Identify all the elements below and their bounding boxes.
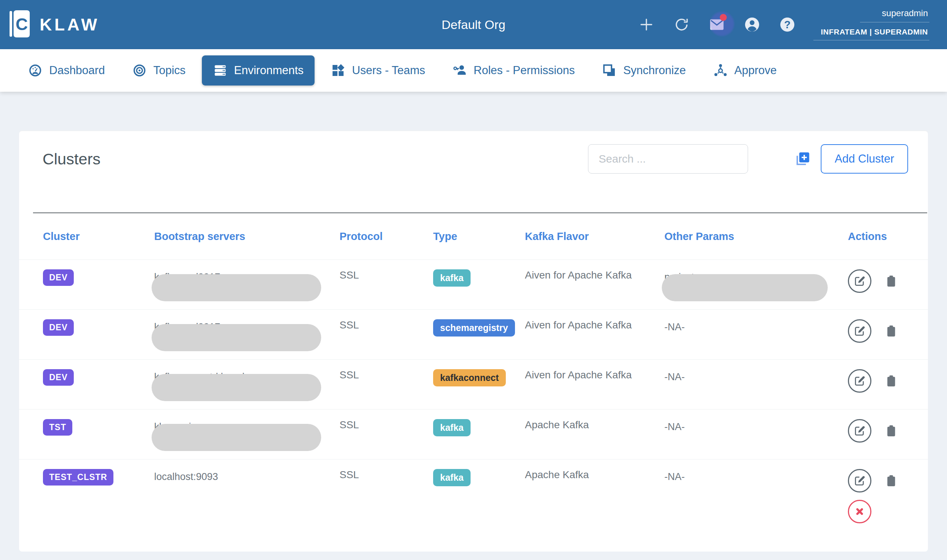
edit-cluster-button[interactable] — [848, 319, 872, 343]
refresh-icon[interactable] — [673, 16, 690, 33]
redaction-blob — [152, 274, 321, 301]
clusters-panel: Clusters Add Cluster ClusterBootstrap se… — [19, 131, 928, 552]
username-dropdown[interactable]: superadmin — [860, 6, 929, 22]
help-icon[interactable]: ? — [779, 16, 796, 33]
actions-cell — [848, 319, 910, 343]
redaction-blob — [152, 324, 321, 351]
protocol-cell: SSL — [340, 319, 433, 331]
redaction-blob — [152, 424, 321, 451]
tab-environments[interactable]: Environments — [202, 55, 315, 86]
tab-topics[interactable]: Topics — [121, 55, 197, 86]
search-input[interactable] — [588, 144, 748, 174]
roles-permissions-icon — [452, 63, 467, 78]
bootstrap-servers-cell: kafka-...-d9917-...sandbox.aivencloud.co… — [154, 319, 340, 350]
column-header: Protocol — [340, 231, 433, 243]
tab-label: Approve — [735, 64, 777, 77]
protocol-cell: SSL — [340, 369, 433, 381]
type-badge: kafka — [433, 269, 471, 287]
column-header: Other Params — [664, 231, 848, 243]
team-role-dropdown[interactable]: INFRATEAM | SUPERADMIN — [813, 26, 929, 40]
panel-header: Clusters Add Cluster — [19, 131, 928, 197]
tab-roles-permissions[interactable]: Roles - Permissions — [441, 55, 586, 86]
column-header: Bootstrap servers — [154, 231, 340, 243]
table-row: TEST_CLSTR localhost:9093 SSL kafka Apac… — [19, 459, 928, 551]
cluster-badge: DEV — [43, 319, 74, 336]
top-navbar: C KLAW Default Org ? superadmin INFRATEA… — [0, 0, 947, 49]
other-params-cell: -NA- — [664, 469, 848, 485]
other-params-cell: -NA- — [664, 419, 848, 434]
type-badge: kafkaconnect — [433, 369, 506, 386]
users-teams-icon — [331, 63, 345, 78]
actions-cell — [848, 469, 910, 523]
edit-cluster-button[interactable] — [848, 419, 872, 443]
tab-label: Synchronize — [623, 64, 686, 77]
copy-cluster-button[interactable] — [885, 473, 898, 488]
table-header-row: ClusterBootstrap serversProtocolTypeKafk… — [19, 213, 928, 260]
actions-cell — [848, 369, 910, 393]
table-row: TST klaw-...-i...sandbox.internal:9093 S… — [19, 409, 928, 459]
tab-label: Dashboard — [49, 64, 105, 77]
redaction-blob — [152, 374, 321, 401]
bootstrap-servers-cell: localhost:9093 — [154, 469, 340, 485]
other-params-cell: -NA- — [664, 319, 848, 335]
column-header: Cluster — [43, 231, 154, 243]
protocol-cell: SSL — [340, 469, 433, 481]
edit-cluster-button[interactable] — [848, 369, 872, 393]
kafka-flavor-cell: Aiven for Apache Kafka — [525, 269, 664, 281]
tab-dashboard[interactable]: Dashboard — [17, 55, 116, 86]
tab-label: Environments — [234, 64, 304, 77]
cluster-badge: TEST_CLSTR — [43, 469, 113, 486]
tab-approve[interactable]: Approve — [702, 55, 788, 86]
main-nav-tabs: DashboardTopicsEnvironmentsUsers - Teams… — [0, 49, 947, 92]
table-row: DEV kafkaconnect-klaw-dev-...sandbox.aiv… — [19, 359, 928, 409]
brand-name: KLAW — [40, 15, 100, 34]
tab-synchronize[interactable]: Synchronize — [591, 55, 697, 86]
type-badge: schemaregistry — [433, 319, 515, 337]
bootstrap-servers-cell: kafkaconnect-klaw-dev-...sandbox.aivencl… — [154, 369, 340, 400]
brand[interactable]: C KLAW — [9, 0, 100, 49]
cluster-badge: DEV — [43, 369, 74, 386]
actions-cell — [848, 419, 910, 443]
page-title: Clusters — [43, 150, 100, 168]
add-icon[interactable] — [638, 16, 655, 33]
copy-cluster-button[interactable] — [885, 274, 898, 288]
copy-cluster-button[interactable] — [885, 374, 898, 388]
add-cluster-icon[interactable] — [794, 151, 811, 167]
tab-label: Topics — [153, 64, 186, 77]
protocol-cell: SSL — [340, 269, 433, 281]
other-params-cell: -NA- — [664, 369, 848, 385]
navbar-icons: ? — [638, 0, 796, 49]
kafka-flavor-cell: Aiven for Apache Kafka — [525, 369, 664, 381]
type-badge: kafka — [433, 419, 471, 436]
protocol-cell: SSL — [340, 419, 433, 431]
kafka-flavor-cell: Aiven for Apache Kafka — [525, 319, 664, 331]
bootstrap-servers-cell: klaw-...-i...sandbox.internal:9093 — [154, 419, 340, 450]
clusters-table: ClusterBootstrap serversProtocolTypeKafk… — [19, 213, 928, 552]
edit-cluster-button[interactable] — [848, 269, 872, 293]
app-window: C KLAW Default Org ? superadmin INFRATEA… — [0, 0, 947, 560]
add-cluster-button[interactable]: Add Cluster — [821, 144, 908, 174]
tab-label: Users - Teams — [352, 64, 425, 77]
svg-text:C: C — [15, 15, 28, 34]
cluster-badge: DEV — [43, 269, 74, 286]
table-row: DEV kafka-...-d9917-...sandbox.aivenclou… — [19, 260, 928, 309]
copy-cluster-button[interactable] — [885, 324, 898, 338]
environments-icon — [213, 63, 228, 78]
delete-cluster-button[interactable] — [848, 500, 872, 523]
synchronize-icon — [602, 63, 617, 78]
bootstrap-servers-cell: kafka-...-d9917-...sandbox.aivencloud.co… — [154, 269, 340, 300]
actions-cell — [848, 269, 910, 293]
column-header: Actions — [848, 231, 910, 243]
column-header: Type — [433, 231, 525, 243]
edit-cluster-button[interactable] — [848, 469, 872, 492]
tab-label: Roles - Permissions — [473, 64, 575, 77]
user-icon[interactable] — [744, 16, 761, 33]
topics-icon — [132, 63, 147, 78]
mail-icon[interactable] — [708, 16, 725, 33]
klaw-logo-icon: C — [9, 9, 32, 40]
column-header: Kafka Flavor — [525, 231, 664, 243]
copy-cluster-button[interactable] — [885, 423, 898, 438]
redaction-blob — [662, 274, 828, 301]
dashboard-icon — [28, 63, 43, 78]
tab-users-teams[interactable]: Users - Teams — [320, 55, 436, 86]
